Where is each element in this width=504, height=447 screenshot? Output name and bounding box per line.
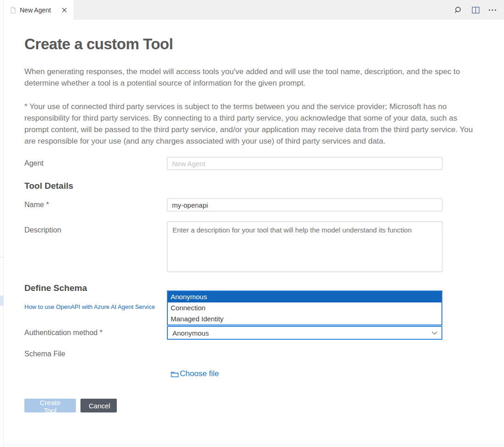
auth-method-label: Authentication method * <box>24 329 167 337</box>
close-icon[interactable] <box>60 6 69 15</box>
agent-input[interactable] <box>167 157 442 170</box>
dropdown-option-managed-identity[interactable]: Managed Identity <box>168 313 441 325</box>
auth-method-select[interactable]: Anonymous <box>167 326 442 340</box>
intro-paragraph: When generating responses, the model wil… <box>24 66 480 89</box>
chevron-down-icon <box>428 331 441 335</box>
agent-label: Agent <box>24 159 167 168</box>
tab-label: New Agent <box>20 6 57 14</box>
name-input[interactable] <box>167 198 442 211</box>
dropdown-option-anonymous[interactable]: Anonymous <box>168 291 441 302</box>
create-tool-button[interactable]: Create Tool <box>24 399 76 412</box>
schema-file-label: Schema File <box>24 350 167 358</box>
auth-method-selected-value: Anonymous <box>168 329 428 337</box>
more-actions-icon[interactable] <box>487 5 498 15</box>
choose-file-row: Choose file <box>24 369 480 379</box>
description-label: Description <box>24 221 167 234</box>
openapi-docs-link[interactable]: How to use OpenAPI with Azure AI Agent S… <box>24 303 155 310</box>
schema-link-row: How to use OpenAPI with Azure AI Agent S… <box>24 295 480 326</box>
description-input[interactable] <box>167 221 442 272</box>
bottom-divider <box>0 445 504 445</box>
tab-new-agent[interactable]: New Agent <box>4 0 74 20</box>
tab-bar-empty-area <box>74 0 504 20</box>
gutter-selection-highlight <box>0 296 4 306</box>
page-title: Create a custom Tool <box>24 35 480 56</box>
search-icon[interactable] <box>453 5 464 15</box>
cancel-button[interactable]: Cancel <box>80 399 117 412</box>
auth-method-row: Authentication method * Anonymous <box>24 326 480 340</box>
gutter-divider <box>0 257 4 258</box>
description-row: Description <box>24 221 480 272</box>
tool-details-heading: Tool Details <box>24 181 480 193</box>
agent-row: Agent <box>24 157 480 170</box>
editor-content: Create a custom Tool When generating res… <box>0 35 504 412</box>
file-icon <box>9 6 17 14</box>
choose-file-button[interactable]: Choose file <box>171 369 219 378</box>
schema-file-row: Schema File <box>24 349 480 359</box>
choose-file-label: Choose file <box>180 369 219 378</box>
split-editor-icon[interactable] <box>470 5 481 15</box>
dropdown-option-connection[interactable]: Connection <box>168 302 441 313</box>
editor-tab-bar: New Agent <box>0 0 504 20</box>
form-actions: Create Tool Cancel <box>24 399 480 412</box>
auth-method-dropdown-popup: Anonymous Connection Managed Identity <box>167 290 442 325</box>
third-party-disclaimer: * Your use of connected third party serv… <box>24 101 480 147</box>
folder-icon <box>171 370 179 378</box>
name-label: Name * <box>24 201 167 209</box>
editor-actions <box>453 0 498 20</box>
left-gutter <box>0 0 4 447</box>
name-row: Name * <box>24 198 480 211</box>
